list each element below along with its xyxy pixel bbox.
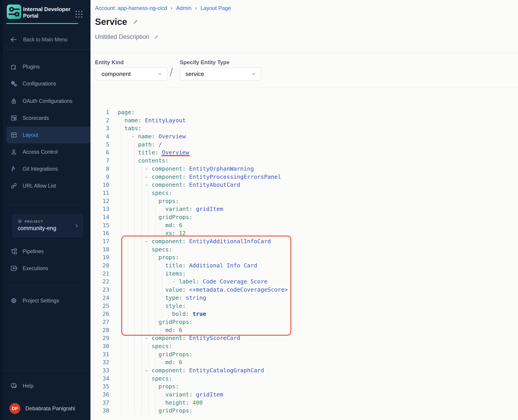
sidebar-item-label: Access Control <box>23 149 58 155</box>
entity-type-label: Specify Entity Type <box>180 59 230 66</box>
code-line-28: 28md: 6 <box>91 326 518 334</box>
line-number: 23 <box>91 286 109 294</box>
sidebar-item-label: Scorecards <box>23 115 49 121</box>
sidebar-divider <box>6 285 84 286</box>
line-number: 18 <box>91 246 109 254</box>
code-line-38: 38gridProps: <box>91 407 518 415</box>
entity-type-value: service <box>185 71 204 77</box>
apps-grid-icon[interactable] <box>74 9 84 19</box>
code-line-24: 24type: string <box>91 294 518 302</box>
sidebar-item-url-allow-list[interactable]: URL Allow List <box>0 177 91 194</box>
sidebar-item-label: Git Integrations <box>23 166 58 172</box>
sidebar-divider <box>6 205 84 205</box>
sidebar-item-access-control[interactable]: Access Control <box>0 143 91 160</box>
git-branch-icon <box>10 165 18 173</box>
code-line-26: 26bold: true <box>91 310 518 318</box>
code-line-23: 23value: <+metadata.codeCoverageScore> <box>91 286 518 294</box>
main-content: Account: app-harness-ng-cicd › Admin › L… <box>91 0 518 420</box>
line-number: 12 <box>91 197 109 205</box>
yaml-editor[interactable]: 1page:2name: EntityLayout3tabs:4- name: … <box>91 108 518 415</box>
sidebar-item-configurations[interactable]: Configurations <box>0 75 91 92</box>
line-number: 17 <box>91 237 109 246</box>
gear-icon <box>10 297 18 305</box>
line-number: 20 <box>91 262 109 270</box>
link-icon <box>10 182 18 190</box>
page-description: Unititled Description <box>95 33 149 40</box>
entity-kind-select[interactable]: component <box>96 67 168 81</box>
code-line-6: 6title: Overview <box>91 149 518 157</box>
sidebar-item-label: Pipelines <box>23 248 44 255</box>
user-menu[interactable]: DP Debabrata Panigrahi <box>0 401 91 416</box>
breadcrumb-layout-page-link[interactable]: Layout Page <box>200 5 231 11</box>
sidebar-item-git-integrations[interactable]: Git Integrations <box>0 160 91 177</box>
back-arrow-icon <box>9 36 18 44</box>
code-line-35: 35props: <box>91 382 518 391</box>
line-number: 24 <box>91 294 109 302</box>
title-row: Service <box>95 17 139 27</box>
code-line-10: 10- component: EntityAboutCard <box>91 181 518 189</box>
sidebar-item-label: Help <box>23 383 33 389</box>
code-line-3: 3tabs: <box>91 124 518 133</box>
sidebar: Internal Developer Portal Back to Main M… <box>0 0 91 420</box>
executions-icon <box>10 264 18 272</box>
line-number: 32 <box>91 358 109 367</box>
description-row: Unititled Description <box>95 33 159 40</box>
line-number: 36 <box>91 391 109 399</box>
user-name: Debabrata Panigrahi <box>25 405 75 412</box>
avatar: DP <box>9 403 20 414</box>
project-name: community-eng <box>18 225 56 232</box>
entity-kind-value: component <box>102 71 131 77</box>
sidebar-item-project-settings[interactable]: Project Settings <box>0 292 91 309</box>
edit-title-pencil-icon[interactable] <box>132 19 139 25</box>
sidebar-item-layout[interactable]: Layout <box>6 127 91 143</box>
code-line-37: 37height: 400 <box>91 399 518 407</box>
sidebar-item-help[interactable]: ?Help <box>0 377 91 394</box>
sidebar-item-label: Plugins <box>23 64 40 70</box>
menu-panel-edge <box>6 46 91 50</box>
breadcrumb-account-link[interactable]: Account: app-harness-ng-cicd <box>95 5 167 11</box>
code-line-29: 29- component: EntityScoreCard <box>91 334 518 342</box>
form-divider <box>91 88 518 88</box>
code-line-33: 33- component: EntityCatalogGraphCard <box>91 367 518 375</box>
line-number: 4 <box>91 133 109 141</box>
project-selector[interactable]: PROJECT community-eng <box>13 215 83 237</box>
code-line-14: 14gridProps: <box>91 213 518 221</box>
code-line-11: 11specs: <box>91 189 518 197</box>
line-number: 11 <box>91 189 109 197</box>
entity-type-select[interactable]: service <box>180 67 261 81</box>
sidebar-item-scorecards[interactable]: Scorecards <box>0 110 91 126</box>
code-line-17: 17- component: EntityAdditionalInfoCard <box>91 237 518 246</box>
code-line-25: 25style: <box>91 302 518 310</box>
code-line-5: 5path: / <box>91 141 518 149</box>
line-number: 10 <box>91 181 109 189</box>
puzzle-icon <box>10 63 18 71</box>
svg-text:?: ? <box>13 384 14 387</box>
layout-icon <box>10 131 18 139</box>
sidebar-item-executions[interactable]: Executions <box>0 260 91 277</box>
sidebar-item-pipelines[interactable]: Pipelines <box>0 243 91 260</box>
code-line-30: 30specs: <box>91 342 518 350</box>
chevron-down-icon <box>157 71 163 77</box>
breadcrumb-admin-link[interactable]: Admin <box>176 5 192 11</box>
code-line-2: 2name: EntityLayout <box>91 116 518 125</box>
code-line-20: 20title: Additional Info Card <box>91 262 518 270</box>
line-number: 28 <box>91 326 109 334</box>
back-to-main-menu[interactable]: Back to Main Menu <box>0 32 91 47</box>
lock-icon <box>10 97 18 105</box>
line-number: 9 <box>91 173 109 181</box>
back-label: Back to Main Menu <box>23 37 68 43</box>
code-line-8: 8- component: EntityOrphanWarning <box>91 165 518 173</box>
accent-underline <box>6 23 78 24</box>
edit-description-pencil-icon[interactable] <box>153 34 159 40</box>
gears-icon <box>10 80 18 88</box>
sidebar-item-plugins[interactable]: Plugins <box>0 58 91 75</box>
chevron-right-icon <box>74 223 80 229</box>
sidebar-item-oauth-configurations[interactable]: OAuth Configurations <box>0 93 91 109</box>
code-line-9: 9- component: EntityProcessingErrorsPane… <box>91 173 518 181</box>
person-icon <box>10 148 18 156</box>
code-line-19: 19props: <box>91 253 518 262</box>
line-number: 34 <box>91 375 109 383</box>
line-number: 38 <box>91 407 109 415</box>
line-number: 1 <box>91 108 109 116</box>
sidebar-item-label: Layout <box>23 132 38 138</box>
